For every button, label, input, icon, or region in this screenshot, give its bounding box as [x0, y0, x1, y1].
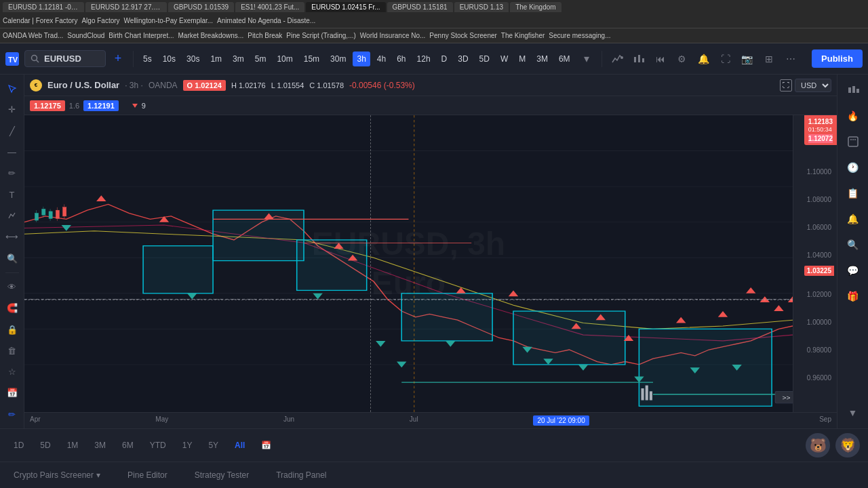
- notepad-btn[interactable]: 📋: [843, 183, 863, 203]
- multiview-btn[interactable]: ⊞: [760, 49, 778, 68]
- add-symbol-btn[interactable]: +: [108, 49, 127, 68]
- crosshair-tool[interactable]: ✛: [3, 101, 22, 118]
- eye-tool[interactable]: 👁: [3, 279, 22, 296]
- comment-btn[interactable]: 💬: [843, 260, 863, 281]
- bk-market[interactable]: Market Breakdowns...: [178, 32, 244, 39]
- brush-tool[interactable]: ✏: [3, 165, 22, 182]
- btf-5d[interactable]: 5D: [35, 439, 56, 452]
- fullscreen-btn[interactable]: ⛶: [716, 49, 735, 68]
- maximize-chart-btn[interactable]: ⛶: [780, 79, 792, 92]
- bookmark-algo[interactable]: Algo Factory: [81, 17, 119, 24]
- text-tool[interactable]: T: [3, 186, 22, 203]
- currency-selector[interactable]: USD: [795, 79, 831, 92]
- tab-7[interactable]: EURUSD 1.13: [454, 2, 509, 12]
- pine-editor-btn[interactable]: Pine Editor: [122, 468, 173, 483]
- btf-1d[interactable]: 1D: [8, 439, 29, 452]
- tf-1M[interactable]: M: [515, 52, 530, 66]
- price-box-top: 1.12183 01:50:34 1.12072: [804, 115, 837, 145]
- btf-1m[interactable]: 1M: [62, 439, 84, 452]
- tf-15m[interactable]: 15m: [300, 52, 323, 66]
- bk-pitch[interactable]: Pitch Break: [248, 32, 282, 39]
- gift-btn[interactable]: 🎁: [843, 286, 863, 306]
- tf-30m[interactable]: 30m: [326, 52, 350, 66]
- bell-btn[interactable]: 🔔: [843, 209, 863, 229]
- trading-panel-btn[interactable]: Trading Panel: [271, 468, 332, 483]
- fire-btn[interactable]: 🔥: [843, 106, 863, 126]
- tf-30s[interactable]: 30s: [182, 52, 203, 66]
- tf-5s[interactable]: 5s: [139, 52, 156, 66]
- draw-line-tool[interactable]: ╱: [3, 123, 22, 140]
- pattern-tool[interactable]: [3, 207, 22, 224]
- horizontal-line-tool[interactable]: —: [3, 144, 22, 161]
- tab-3[interactable]: GBPUSD 1.01539: [168, 2, 234, 12]
- bookmark-animated[interactable]: Animated No Agenda - Disaste...: [217, 17, 315, 24]
- bookmark-wellington[interactable]: Wellington-to-Pay Exemplar...: [124, 17, 214, 24]
- more-btn[interactable]: ⋯: [781, 49, 800, 68]
- tf-3h[interactable]: 3h: [353, 52, 370, 66]
- bk-penny[interactable]: Penny Stock Screener: [429, 32, 497, 39]
- tab-2[interactable]: EURUSD 12.917 27.0%: [85, 2, 167, 12]
- tab-6[interactable]: GBPUSD 1.15181: [387, 2, 453, 12]
- symbol-search[interactable]: EURUSD: [24, 50, 106, 67]
- tab-8[interactable]: The Kingdom: [510, 2, 561, 12]
- watchlist-btn[interactable]: ☆: [3, 363, 22, 380]
- btf-5y[interactable]: 5Y: [203, 439, 224, 452]
- bk-world[interactable]: World Insurance No...: [360, 32, 426, 39]
- measure-tool[interactable]: ⟷: [3, 228, 22, 245]
- tf-3M[interactable]: 3M: [532, 52, 552, 66]
- bk-secure[interactable]: Secure messaging...: [549, 32, 610, 39]
- btf-6m[interactable]: 6M: [117, 439, 139, 452]
- tab-4[interactable]: ES1! 4001.23 Fut...: [235, 2, 304, 12]
- btf-3m[interactable]: 3M: [89, 439, 111, 452]
- svg-rect-20: [401, 293, 492, 341]
- btf-ytd[interactable]: YTD: [144, 439, 172, 452]
- tf-6h[interactable]: 6h: [393, 52, 410, 66]
- chart-style-btn[interactable]: [843, 80, 863, 100]
- clock-btn[interactable]: 🕐: [843, 157, 863, 178]
- magnet-tool[interactable]: 🧲: [3, 300, 22, 317]
- bk-oanda[interactable]: OANDA Web Trad...: [3, 32, 63, 39]
- tf-4h[interactable]: 4h: [373, 52, 390, 66]
- tf-5m[interactable]: 5m: [251, 52, 271, 66]
- alert-btn[interactable]: 🔔: [694, 49, 713, 68]
- tf-5D[interactable]: 5D: [475, 52, 494, 66]
- lock-tool[interactable]: 🔒: [3, 321, 22, 338]
- screenshot-btn[interactable]: 📷: [738, 49, 757, 68]
- bookmark-calendar[interactable]: Calendar | Forex Factory: [3, 17, 77, 24]
- calculator-btn[interactable]: [843, 131, 863, 152]
- cursor-tool[interactable]: [3, 80, 22, 97]
- tf-10m[interactable]: 10m: [273, 52, 296, 66]
- bk-kingfisher[interactable]: The Kingfisher: [501, 32, 545, 39]
- bk-pine[interactable]: Pine Script (Trading,...): [286, 32, 355, 39]
- strategy-tester-btn[interactable]: Strategy Tester: [189, 468, 254, 483]
- tf-3m[interactable]: 3m: [229, 52, 248, 66]
- drawing-btn[interactable]: ✏: [3, 406, 22, 423]
- tf-1m[interactable]: 1m: [206, 52, 226, 66]
- tf-12h[interactable]: 12h: [413, 52, 435, 66]
- tf-10s[interactable]: 10s: [159, 52, 180, 66]
- tf-3D[interactable]: 3D: [454, 52, 472, 66]
- indicators-btn[interactable]: [608, 49, 627, 68]
- tf-dropdown[interactable]: ▾: [577, 49, 596, 68]
- zoom-tool[interactable]: 🔍: [3, 250, 22, 267]
- chart-canvas[interactable]: EURUSD, 3h Euro: [24, 115, 793, 412]
- tf-1W[interactable]: W: [496, 52, 512, 66]
- bk-birth[interactable]: Birth Chart Interpret...: [108, 32, 174, 39]
- publish-button[interactable]: Publish: [812, 49, 863, 68]
- zoom-btn[interactable]: 🔍: [843, 235, 863, 255]
- arrow-down-btn[interactable]: ▼: [843, 403, 863, 423]
- tab-1[interactable]: EURUSD 1.12181 -0.38%: [3, 2, 84, 12]
- settings-btn[interactable]: ⚙: [673, 49, 692, 68]
- btf-1y[interactable]: 1Y: [177, 439, 198, 452]
- calendar-btn[interactable]: 📅: [3, 384, 22, 401]
- tab-5-active[interactable]: EURUSD 1.02415 Fr...: [306, 2, 385, 12]
- bk-soundcloud[interactable]: SoundCloud: [67, 32, 104, 39]
- tf-6M[interactable]: 6M: [555, 52, 574, 66]
- tf-1D[interactable]: D: [437, 52, 452, 66]
- chart-type-btn[interactable]: [629, 49, 648, 68]
- trash-tool[interactable]: 🗑: [3, 342, 22, 359]
- crypto-screener-btn[interactable]: Crypto Pairs Screener ▾: [8, 468, 106, 483]
- btf-all[interactable]: All: [229, 439, 250, 452]
- btf-date-range[interactable]: 📅: [256, 439, 277, 452]
- replay-btn[interactable]: ⏮: [651, 49, 670, 68]
